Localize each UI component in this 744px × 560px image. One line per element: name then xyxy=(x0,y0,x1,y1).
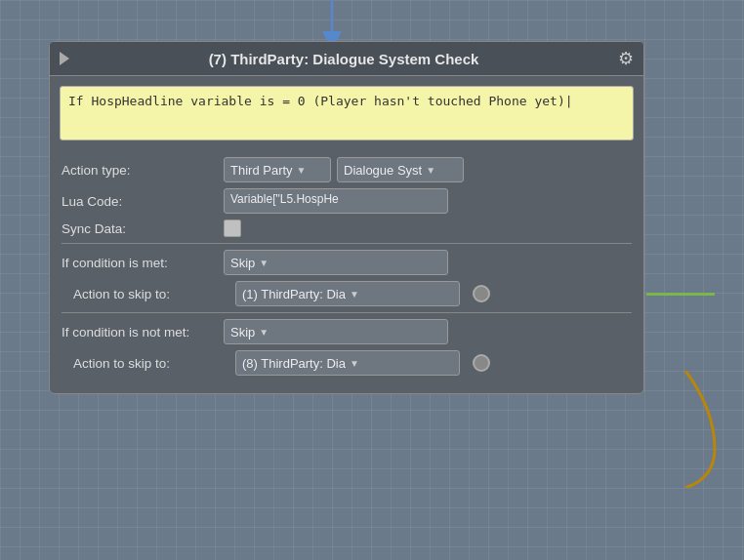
divider-2 xyxy=(62,312,632,313)
dialogue-type-value: Dialogue Syst xyxy=(344,163,422,178)
sync-data-row: Sync Data: xyxy=(62,220,632,237)
condition-met-chevron: ▼ xyxy=(259,258,269,268)
skip-to-met-chevron: ▼ xyxy=(350,289,359,300)
connector-not-met[interactable] xyxy=(473,354,490,372)
skip-to-not-met-dropdown[interactable]: (8) ThirdParty: Dia ▼ xyxy=(235,350,460,376)
skip-to-not-met-label: Action to skip to: xyxy=(73,356,229,371)
green-line-right xyxy=(646,293,715,296)
divider-1 xyxy=(62,243,632,244)
lua-code-input[interactable]: Variable["L5.HospHe xyxy=(224,188,448,214)
condition-not-met-value: Skip xyxy=(230,325,255,340)
condition-not-met-dropdown[interactable]: Skip ▼ xyxy=(224,319,448,344)
lua-code-row: Lua Code: Variable["L5.HospHe xyxy=(62,188,632,214)
condition-not-met-chevron: ▼ xyxy=(259,327,269,338)
description-textarea[interactable] xyxy=(60,86,634,140)
condition-met-dropdown[interactable]: Skip ▼ xyxy=(224,250,448,275)
action-type-value: Third Party xyxy=(230,163,293,178)
skip-to-met-label: Action to skip to: xyxy=(73,287,229,301)
sync-data-checkbox[interactable] xyxy=(224,220,241,237)
lua-code-label: Lua Code: xyxy=(62,194,218,209)
skip-to-met-value: (1) ThirdParty: Dia xyxy=(242,287,346,301)
action-type-dropdown[interactable]: Third Party ▼ xyxy=(224,157,331,182)
node-body: Action type: Third Party ▼ Dialogue Syst… xyxy=(50,151,643,393)
skip-to-met-dropdown[interactable]: (1) ThirdParty: Dia ▼ xyxy=(235,281,460,306)
gear-icon[interactable]: ⚙ xyxy=(618,48,634,69)
condition-met-row: If condition is met: Skip ▼ xyxy=(62,250,632,275)
condition-met-label: If condition is met: xyxy=(62,256,218,270)
dialogue-type-chevron: ▼ xyxy=(426,165,435,176)
action-type-row: Action type: Third Party ▼ Dialogue Syst… xyxy=(62,157,632,182)
action-type-label: Action type: xyxy=(62,163,218,178)
gold-line-connector xyxy=(676,371,724,488)
node-title-bar: (7) ThirdParty: Dialogue System Check ⚙ xyxy=(50,42,643,76)
condition-not-met-row: If condition is not met: Skip ▼ xyxy=(62,319,632,344)
node-title: (7) ThirdParty: Dialogue System Check xyxy=(77,51,610,67)
skip-to-not-met-value: (8) ThirdParty: Dia xyxy=(242,356,346,371)
sync-data-label: Sync Data: xyxy=(62,221,218,236)
skip-to-not-met-row: Action to skip to: (8) ThirdParty: Dia ▼ xyxy=(62,350,632,376)
skip-to-met-row: Action to skip to: (1) ThirdParty: Dia ▼ xyxy=(62,281,632,306)
connector-met[interactable] xyxy=(473,285,490,302)
skip-to-not-met-chevron: ▼ xyxy=(350,358,359,369)
node-container: (7) ThirdParty: Dialogue System Check ⚙ … xyxy=(49,41,644,394)
condition-met-value: Skip xyxy=(230,256,255,270)
condition-not-met-label: If condition is not met: xyxy=(62,325,218,340)
collapse-arrow[interactable] xyxy=(60,52,69,65)
action-type-chevron: ▼ xyxy=(297,165,307,176)
dialogue-type-dropdown[interactable]: Dialogue Syst ▼ xyxy=(337,157,464,182)
